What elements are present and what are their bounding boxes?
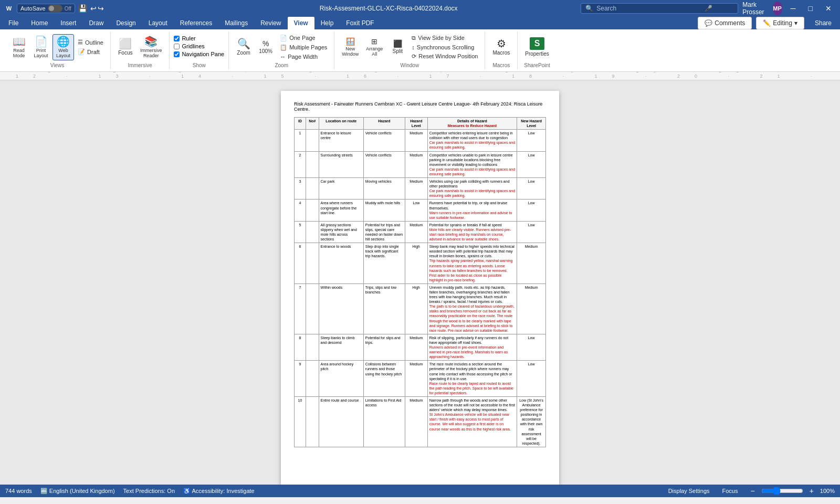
reset-window-button[interactable]: ⟳ Reset Window Position bbox=[409, 52, 480, 61]
search-input[interactable] bbox=[596, 5, 701, 12]
tab-design[interactable]: Design bbox=[110, 17, 142, 29]
save-button[interactable]: 💾 bbox=[78, 4, 87, 13]
multiple-pages-button[interactable]: 📋 Multiple Pages bbox=[277, 43, 330, 52]
tab-review[interactable]: Review bbox=[254, 17, 287, 29]
cell-details: Competitor vehicles entering leisure cen… bbox=[427, 130, 517, 151]
header-details: Details of HazardMeasures to Reduce Haza… bbox=[427, 118, 517, 130]
split-button[interactable]: ⬛ Split bbox=[387, 38, 408, 56]
focus-status-button[interactable]: Focus bbox=[718, 487, 742, 495]
sharepoint-group-label: SharePoint bbox=[524, 61, 550, 68]
cell-location: All grassy sections slippery when wet an… bbox=[319, 221, 363, 243]
focus-button[interactable]: ⬜ Focus bbox=[115, 37, 136, 57]
search-box[interactable]: 🔍 🎤 bbox=[581, 3, 738, 14]
display-settings-button[interactable]: Display Settings bbox=[664, 487, 714, 495]
document-area[interactable]: Risk Assessment - Fairwater Runners Cwmb… bbox=[0, 80, 840, 485]
ruler-checkbox[interactable]: Ruler bbox=[174, 35, 224, 42]
gridlines-check[interactable] bbox=[174, 44, 180, 49]
minimize-button[interactable]: ─ bbox=[786, 4, 800, 13]
cell-no bbox=[306, 200, 319, 221]
cell-hazard: Step drop into single track with signifi… bbox=[363, 243, 405, 284]
tab-draw[interactable]: Draw bbox=[82, 17, 110, 29]
print-layout-button[interactable]: 📄 PrintLayout bbox=[30, 35, 51, 60]
title-bar-center: Risk-Assesment-GLCL-XC-Risca-04022024.do… bbox=[196, 5, 581, 12]
zoom-out-button[interactable]: − bbox=[746, 486, 759, 496]
tab-view[interactable]: View bbox=[288, 17, 314, 29]
ribbon-content: 📖 ReadMode 📄 PrintLayout 🌐 WebLayout ☰ O… bbox=[0, 29, 840, 71]
read-mode-button[interactable]: 📖 ReadMode bbox=[8, 35, 29, 60]
web-layout-button[interactable]: 🌐 WebLayout bbox=[52, 34, 74, 60]
new-window-button[interactable]: 🪟 NewWindow bbox=[339, 36, 362, 58]
maximize-button[interactable]: □ bbox=[804, 4, 817, 13]
outline-button[interactable]: ☰ Outline bbox=[75, 38, 106, 47]
status-bar: 744 words 🔤 English (United Kingdom) Tex… bbox=[0, 485, 840, 497]
one-page-button[interactable]: 📄 One Page bbox=[277, 34, 330, 43]
redo-button[interactable]: ↪ bbox=[98, 4, 104, 13]
cell-no bbox=[306, 178, 319, 200]
sharepoint-buttons: S Properties bbox=[522, 33, 552, 61]
cell-details: The race route includes a section around… bbox=[427, 361, 517, 397]
view-side-by-side-button[interactable]: ⧉ View Side by Side bbox=[409, 34, 480, 43]
user-avatar[interactable]: MP bbox=[773, 2, 782, 15]
user-name: Mark Prosser bbox=[742, 1, 768, 16]
cell-level: Medium bbox=[405, 221, 428, 243]
zoom-percent-label: 100% bbox=[259, 48, 272, 54]
close-button[interactable]: ✕ bbox=[821, 4, 836, 13]
tab-file[interactable]: File bbox=[2, 17, 25, 29]
word-document: Risk Assessment - Fairwater Runners Cwmb… bbox=[281, 91, 559, 485]
undo-button[interactable]: ↩ bbox=[90, 4, 97, 13]
zoom-icon: 🔍 bbox=[237, 38, 250, 49]
tab-mailings[interactable]: Mailings bbox=[218, 17, 254, 29]
autosave-switch[interactable] bbox=[48, 5, 62, 12]
title-bar-right: 🔍 🎤 Mark Prosser MP ─ □ ✕ bbox=[581, 1, 836, 16]
one-page-icon: 📄 bbox=[280, 35, 287, 41]
tab-references[interactable]: References bbox=[174, 17, 218, 29]
zoom-slider[interactable] bbox=[761, 487, 803, 495]
cell-id: 3 bbox=[295, 178, 306, 200]
share-button[interactable]: Share bbox=[808, 17, 838, 29]
sync-scrolling-button[interactable]: ↕ Synchronous Scrolling bbox=[409, 43, 480, 51]
ruler-check[interactable] bbox=[174, 36, 180, 41]
zoom-in-button[interactable]: + bbox=[805, 486, 818, 496]
cell-new-level: Low bbox=[517, 200, 546, 221]
cell-location: Area where runners congregate before the… bbox=[319, 200, 363, 221]
zoom-button[interactable]: 🔍 Zoom bbox=[233, 37, 254, 57]
tab-layout[interactable]: Layout bbox=[142, 17, 174, 29]
tab-foxit[interactable]: Foxit PDF bbox=[340, 17, 380, 29]
navigation-pane-checkbox[interactable]: Navigation Pane bbox=[174, 50, 224, 58]
status-right: Display Settings Focus − + 100% bbox=[664, 486, 835, 496]
cell-details: Narrow path through the woods and some o… bbox=[427, 396, 517, 447]
editing-button[interactable]: ✏️ Editing ▾ bbox=[756, 17, 804, 29]
tab-home[interactable]: Home bbox=[25, 17, 54, 29]
arrange-all-button[interactable]: ⊞ ArrangeAll bbox=[363, 36, 386, 58]
nav-pane-check[interactable] bbox=[174, 51, 180, 57]
cell-details: Uneven muddy path, roots etc. as trip ha… bbox=[427, 284, 517, 334]
cell-hazard: Potential for slips and trips. bbox=[363, 334, 405, 360]
table-row: 2 Surrounding streets Vehicle conflicts … bbox=[295, 151, 546, 177]
table-row: 9 Area around hockey pitch Collisions be… bbox=[295, 361, 546, 397]
cell-hazard: Potential for trips and slips, special c… bbox=[363, 221, 405, 243]
word-count: 744 words bbox=[5, 488, 32, 495]
read-mode-label: ReadMode bbox=[13, 48, 25, 58]
autosave-toggle[interactable]: AutoSave Off bbox=[17, 4, 75, 13]
properties-button[interactable]: S Properties bbox=[522, 36, 552, 58]
tab-insert[interactable]: Insert bbox=[54, 17, 82, 29]
zoom-percent-button[interactable]: % 100% bbox=[255, 38, 276, 56]
draft-button[interactable]: 📝 Draft bbox=[75, 47, 106, 56]
cell-no bbox=[306, 361, 319, 397]
cell-hazard: Trips, slips and low branches bbox=[363, 284, 405, 334]
word-app-icon: W bbox=[4, 4, 14, 13]
cell-level: Medium bbox=[405, 334, 428, 360]
mic-icon[interactable]: 🎤 bbox=[705, 5, 712, 12]
zoom-controls: − + 100% bbox=[746, 486, 835, 496]
gridlines-checkbox[interactable]: Gridlines bbox=[174, 43, 224, 50]
immersive-reader-button[interactable]: 📚 ImmersiveReader bbox=[137, 35, 165, 60]
window-secondary: ⧉ View Side by Side ↕ Synchronous Scroll… bbox=[409, 34, 480, 61]
comments-button[interactable]: 💬 Comments bbox=[698, 17, 752, 29]
tab-help[interactable]: Help bbox=[314, 17, 340, 29]
zoom-percent-icon: % bbox=[262, 40, 269, 47]
table-row: 1 Entrance to leisure centre Vehicle con… bbox=[295, 130, 546, 151]
show-group-label: Show bbox=[193, 61, 206, 68]
page-width-button[interactable]: ↔ Page Width bbox=[277, 52, 330, 61]
macros-button[interactable]: ⚙ Macros bbox=[489, 37, 513, 57]
immersive-buttons: ⬜ Focus 📚 ImmersiveReader bbox=[115, 33, 165, 61]
